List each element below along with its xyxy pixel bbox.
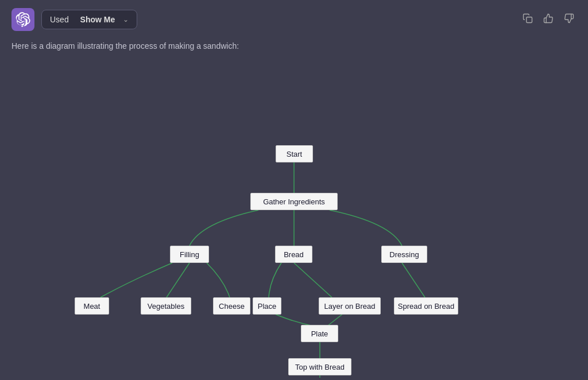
svg-line-3 <box>167 263 189 297</box>
svg-line-4 <box>294 263 332 297</box>
logo <box>11 8 34 31</box>
description-text: Here is a diagram illustrating the proce… <box>0 39 588 56</box>
node-top-with-bread: Top with Bread <box>288 358 351 375</box>
node-meat: Meat <box>75 297 109 315</box>
thumbs-up-button[interactable] <box>541 11 556 29</box>
diagram-svg <box>0 56 588 378</box>
node-plate: Plate <box>301 325 338 342</box>
diagram-container: Start Gather Ingredients Filling Bread D… <box>0 56 588 378</box>
copy-button[interactable] <box>520 11 535 29</box>
header: Used Show Me ⌄ <box>0 0 588 39</box>
show-me-label: Show Me <box>80 15 115 24</box>
used-show-me-dropdown[interactable]: Used Show Me ⌄ <box>41 10 137 29</box>
node-place: Place <box>253 297 281 315</box>
chatgpt-icon <box>16 12 30 27</box>
svg-rect-0 <box>527 17 532 22</box>
node-bread: Bread <box>275 246 312 263</box>
node-dressing: Dressing <box>381 246 427 263</box>
node-layer-on-bread: Layer on Bread <box>319 297 381 315</box>
node-start: Start <box>276 145 313 162</box>
node-cheese: Cheese <box>213 297 250 315</box>
node-vegetables: Vegetables <box>141 297 191 315</box>
chevron-down-icon: ⌄ <box>123 15 129 24</box>
node-filling: Filling <box>170 246 209 263</box>
header-left: Used Show Me ⌄ <box>11 8 137 31</box>
node-spread-on-bread: Spread on Bread <box>394 297 458 315</box>
used-label: Used <box>50 15 69 24</box>
thumbs-down-button[interactable] <box>562 11 577 29</box>
node-gather: Gather Ingredients <box>250 193 338 210</box>
header-actions <box>520 11 577 29</box>
